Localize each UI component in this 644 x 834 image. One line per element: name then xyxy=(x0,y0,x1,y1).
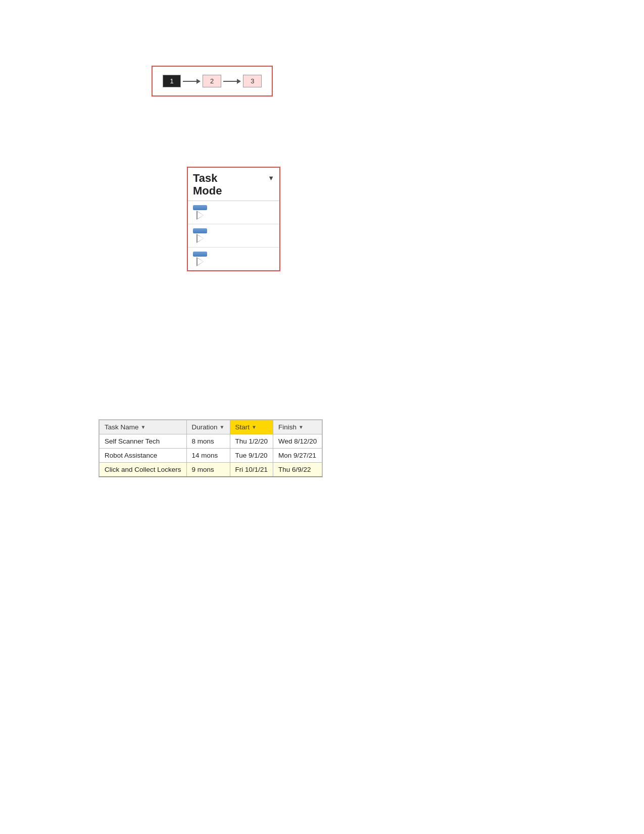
icon-arrow-3 xyxy=(196,257,204,266)
cell-duration-1: 8 mons xyxy=(186,434,230,449)
icon-bar-1 xyxy=(193,205,207,210)
col-dropdown-task-name[interactable]: ▼ xyxy=(141,424,146,430)
cell-start-3: Fri 10/1/21 xyxy=(230,463,273,477)
icon-bar-3 xyxy=(193,252,207,257)
task-mode-row-1 xyxy=(188,201,279,224)
cell-task-name-2: Robot Assistance xyxy=(100,449,187,463)
table-row: Robot Assistance 14 mons Tue 9/1/20 Mon … xyxy=(100,449,322,463)
cell-finish-2: Mon 9/27/21 xyxy=(273,449,322,463)
step-arrow-2 xyxy=(223,79,241,84)
task-mode-dropdown-arrow[interactable]: ▼ xyxy=(268,175,274,182)
task-mode-header: Task Mode ▼ xyxy=(188,168,279,201)
col-dropdown-duration[interactable]: ▼ xyxy=(220,424,225,430)
task-mode-icon-3 xyxy=(193,252,207,266)
cell-duration-2: 14 mons xyxy=(186,449,230,463)
icon-arrow-2 xyxy=(196,234,204,243)
task-mode-title: Task Mode xyxy=(193,172,222,198)
task-table-container: Task Name ▼ Duration ▼ Start ▼ xyxy=(98,419,323,477)
cell-start-2: Tue 9/1/20 xyxy=(230,449,273,463)
step-1-box: 1 xyxy=(163,75,181,87)
col-header-finish[interactable]: Finish ▼ xyxy=(273,420,322,434)
cell-task-name-1: Self Scanner Tech xyxy=(100,434,187,449)
table-row: Click and Collect Lockers 9 mons Fri 10/… xyxy=(100,463,322,477)
table-row: Self Scanner Tech 8 mons Thu 1/2/20 Wed … xyxy=(100,434,322,449)
task-mode-panel: Task Mode ▼ xyxy=(187,167,280,271)
task-mode-icon-1 xyxy=(193,205,207,220)
cell-start-1: Thu 1/2/20 xyxy=(230,434,273,449)
task-mode-row-2 xyxy=(188,224,279,248)
step-arrow-1 xyxy=(183,79,201,84)
task-mode-icon-2 xyxy=(193,228,207,243)
step-diagram: 1 2 3 xyxy=(152,66,273,96)
cell-finish-1: Wed 8/12/20 xyxy=(273,434,322,449)
col-header-start[interactable]: Start ▼ xyxy=(230,420,273,434)
step-3-box: 3 xyxy=(243,75,262,87)
step-2-box: 2 xyxy=(203,75,221,87)
col-header-duration[interactable]: Duration ▼ xyxy=(186,420,230,434)
col-header-task-name[interactable]: Task Name ▼ xyxy=(100,420,187,434)
col-dropdown-finish[interactable]: ▼ xyxy=(299,424,304,430)
col-dropdown-start[interactable]: ▼ xyxy=(252,424,257,430)
icon-arrow-1 xyxy=(196,211,204,220)
task-mode-row-3 xyxy=(188,248,279,270)
task-table: Task Name ▼ Duration ▼ Start ▼ xyxy=(99,420,322,477)
cell-task-name-3: Click and Collect Lockers xyxy=(100,463,187,477)
cell-duration-3: 9 mons xyxy=(186,463,230,477)
cell-finish-3: Thu 6/9/22 xyxy=(273,463,322,477)
icon-bar-2 xyxy=(193,228,207,233)
